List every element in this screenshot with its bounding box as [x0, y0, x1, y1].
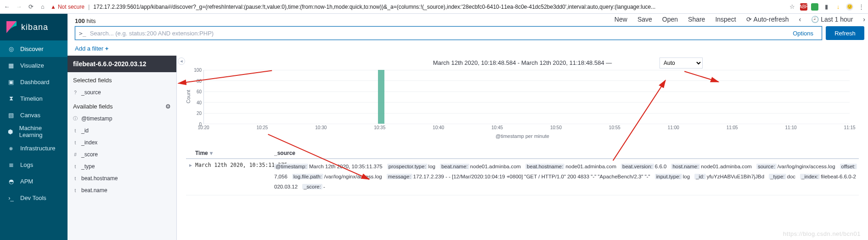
field-key: beat.name:	[440, 164, 469, 169]
brand[interactable]: kibana	[0, 14, 68, 40]
more-icon[interactable]: ⋮	[857, 3, 865, 10]
field-label: beat.name	[81, 187, 107, 194]
sidebar-item-dashboard[interactable]: ▣Dashboard	[0, 74, 68, 90]
field-value: -	[323, 184, 325, 189]
selected-fields-header: Selected fields	[68, 72, 176, 86]
field--type[interactable]: t_type	[68, 160, 176, 172]
refresh-icon: ⟳	[746, 16, 752, 23]
autorefresh-button[interactable]: ⟳Auto-refresh	[746, 16, 789, 23]
field-key: beat.hostname:	[525, 164, 564, 169]
nav-label: Canvas	[20, 112, 40, 119]
nav-icon: ◓	[7, 178, 15, 185]
sidebar-item-dev-tools[interactable]: ›_Dev Tools	[0, 189, 68, 206]
field-type-icon: t	[73, 164, 78, 169]
query-bar[interactable]: >_ Options	[75, 26, 822, 40]
address-bar[interactable]: 172.17.2.239:5601/app/kibana#/discover?_…	[93, 4, 784, 10]
gear-icon[interactable]: ⚙	[165, 103, 171, 110]
options-button[interactable]: Options	[788, 30, 818, 37]
index-pattern-selector[interactable]: filebeat-6.6.0-2020.03.12	[68, 56, 176, 72]
sidebar-item-logs[interactable]: ≣Logs	[0, 156, 68, 173]
col-time-header[interactable]: Time ▾	[195, 150, 274, 156]
abp-extension-icon[interactable]: ABP	[800, 3, 807, 11]
forward-icon[interactable]: →	[15, 3, 23, 10]
bookmark-ext-icon[interactable]: ▮	[822, 3, 830, 10]
open-button[interactable]: Open	[662, 16, 678, 23]
sidebar-item-visualize[interactable]: ▦Visualize	[0, 57, 68, 74]
histogram-bar[interactable]	[378, 70, 384, 124]
field--index[interactable]: t_index	[68, 137, 176, 149]
nav-icon: ▣	[7, 79, 15, 86]
field--score[interactable]: #_score	[68, 149, 176, 160]
sidebar-item-canvas[interactable]: ▧Canvas	[0, 107, 68, 123]
hit-count-label: hits	[86, 17, 96, 24]
field--id[interactable]: t_id	[68, 125, 176, 137]
field-key: _id:	[694, 174, 706, 179]
nav-icon: ≣	[7, 161, 15, 168]
kibana-logo-icon	[6, 21, 17, 33]
field-label: beat.hostname	[81, 175, 118, 182]
field-value: doc	[787, 174, 796, 179]
timepicker-button[interactable]: 🕘Last 1 hour	[811, 16, 853, 23]
sidebar-item-machine-learning[interactable]: ⬢Machine Learning	[0, 123, 68, 140]
sidebar-item-timelion[interactable]: ⧗Timelion	[0, 90, 68, 107]
filter-bar: Add a filter +	[68, 41, 868, 56]
time-range-label: March 12th 2020, 10:18:48.584 - March 12…	[177, 56, 868, 70]
primary-nav: ◎Discover▦Visualize▣Dashboard⧗Timelion▧C…	[0, 40, 68, 206]
expand-row-icon[interactable]: ▸	[186, 162, 195, 192]
field-key: log.file.path:	[292, 174, 323, 179]
sidebar-item-apm[interactable]: ◓APM	[0, 173, 68, 189]
nav-label: Discover	[20, 46, 44, 52]
sidebar-item-discover[interactable]: ◎Discover	[0, 40, 68, 57]
save-button[interactable]: Save	[637, 16, 652, 23]
histogram-chart[interactable]: Count 020406080100 10:2010:2510:3010:351…	[195, 70, 850, 134]
field-label: _source	[81, 89, 101, 96]
chart-ylabel: Count	[186, 90, 191, 103]
field-value: /var/log/nginx/access.log	[778, 164, 835, 169]
field-value: node01.adminba.com	[701, 164, 752, 169]
col-source-header: _source	[274, 150, 859, 156]
field-label: _id	[81, 127, 89, 134]
extension-icon[interactable]	[811, 3, 818, 11]
security-warning[interactable]: ▲ Not secure	[51, 4, 85, 10]
home-icon[interactable]: ⌂	[39, 3, 47, 10]
table-row: ▸March 12th 2020, 10:35:11.375@timestamp…	[186, 159, 859, 195]
field--timestamp[interactable]: ⓘ@timestamp	[68, 113, 176, 125]
sidebar-item-infrastructure[interactable]: ⎈Infrastructure	[0, 140, 68, 156]
field-value: node01.adminba.com	[565, 164, 616, 169]
available-fields-header: Available fields ⚙	[68, 98, 176, 113]
star-icon[interactable]: ☆	[788, 3, 796, 10]
field-value: 172.17.2.239 - - [12/Mar/2020:10:04:19 +…	[413, 174, 650, 179]
add-filter-button[interactable]: Add a filter +	[75, 45, 108, 52]
new-button[interactable]: New	[614, 16, 627, 23]
timepicker-next[interactable]: ›	[863, 16, 865, 23]
interval-select[interactable]: Auto	[659, 57, 703, 69]
collapse-sidebar-icon[interactable]: ◄	[178, 57, 185, 65]
share-button[interactable]: Share	[688, 16, 705, 23]
field-label: @timestamp	[81, 115, 113, 122]
field-beat-name[interactable]: tbeat.name	[68, 184, 176, 196]
app-sidebar: kibana ◎Discover▦Visualize▣Dashboard⧗Tim…	[0, 14, 68, 240]
field-beat-hostname[interactable]: tbeat.hostname	[68, 172, 176, 184]
field-type-icon: t	[73, 188, 78, 193]
search-input[interactable]	[90, 30, 785, 37]
doc-table: Time ▾ _source ▸March 12th 2020, 10:35:1…	[186, 148, 859, 195]
nav-label: Logs	[20, 161, 33, 168]
nav-label: Machine Learning	[19, 125, 60, 138]
nav-icon: ◎	[7, 46, 15, 52]
field-key: offset:	[840, 164, 857, 169]
reload-icon[interactable]: ⟳	[27, 3, 35, 10]
refresh-button[interactable]: Refresh	[826, 26, 864, 40]
field-value: log	[428, 164, 435, 169]
row-time: March 12th 2020, 10:35:11.375	[195, 162, 274, 192]
back-icon[interactable]: ←	[3, 3, 11, 10]
inspect-button[interactable]: Inspect	[715, 16, 736, 23]
field-key: host.name:	[671, 164, 700, 169]
field--source[interactable]: ?_source	[68, 86, 176, 98]
browser-toolbar: ← → ⟳ ⌂ ▲ Not secure | 172.17.2.239:5601…	[0, 0, 868, 14]
timepicker-prev[interactable]: ‹	[799, 16, 801, 23]
avatar-icon[interactable]: 🙂	[846, 3, 853, 11]
download-ext-icon[interactable]: ↓	[834, 3, 842, 10]
nav-icon: ⧗	[7, 95, 15, 102]
brand-label: kibana	[21, 23, 48, 32]
field-value: log	[683, 174, 690, 179]
